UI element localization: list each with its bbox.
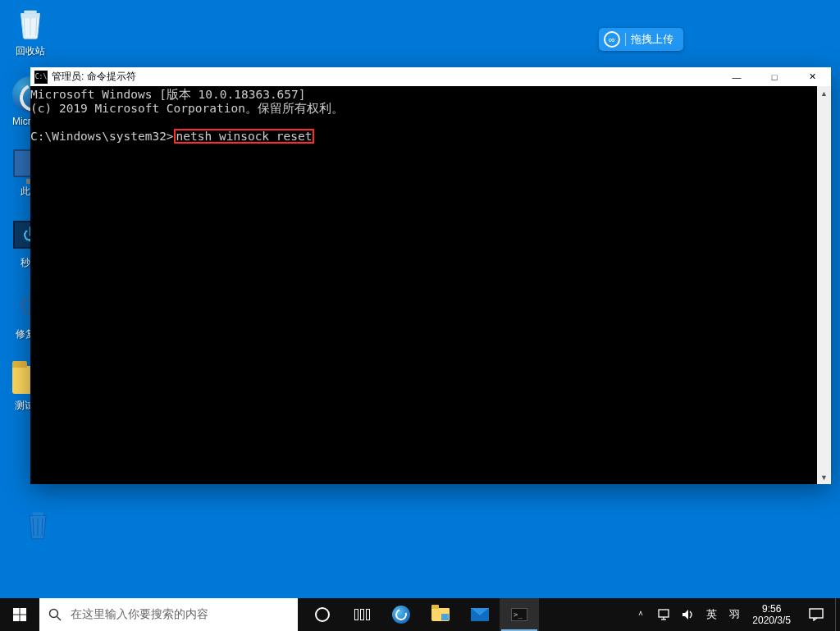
windows-logo-icon (13, 608, 27, 622)
scroll-down-icon[interactable]: ▼ (817, 470, 831, 484)
action-center-button[interactable] (797, 598, 835, 631)
window-title: 管理员: 命令提示符 (52, 70, 718, 84)
terminal-line: (c) 2019 Microsoft Corporation。保留所有权利。 (30, 102, 344, 115)
scrollbar[interactable]: ▲ ▼ (817, 86, 831, 484)
separator (625, 33, 626, 46)
terminal-area: Microsoft Windows [版本 10.0.18363.657] (c… (30, 86, 831, 484)
terminal-line: Microsoft Windows [版本 10.0.18363.657] (30, 88, 306, 101)
window-controls: — □ ✕ (718, 67, 831, 86)
svg-rect-3 (20, 608, 26, 615)
volume-icon[interactable] (678, 598, 698, 631)
cortana-icon (315, 607, 330, 622)
clock-date: 2020/3/5 (752, 615, 791, 626)
scroll-track[interactable] (817, 100, 831, 470)
terminal-output[interactable]: Microsoft Windows [版本 10.0.18363.657] (c… (30, 86, 817, 484)
search-icon (39, 608, 71, 621)
start-button[interactable] (0, 598, 39, 631)
desktop-icon-label: 回收站 (0, 44, 61, 58)
task-view-icon (354, 609, 370, 620)
cmd-icon: >_ (511, 608, 527, 621)
cmd-icon: C:\ (34, 71, 48, 84)
search-input[interactable]: 在这里输入你要搜索的内容 (39, 598, 298, 631)
system-tray: ＾ 英 羽 (631, 598, 746, 631)
taskbar-explorer[interactable] (421, 598, 460, 631)
titlebar[interactable]: C:\ 管理员: 命令提示符 — □ ✕ (30, 67, 831, 86)
mail-icon (471, 608, 489, 621)
svg-point-6 (50, 610, 58, 618)
upload-widget[interactable]: ∞ 拖拽上传 (599, 28, 683, 51)
cloud-sync-icon: ∞ (604, 31, 620, 48)
folder-icon (431, 608, 450, 621)
search-placeholder: 在这里输入你要搜索的内容 (71, 607, 208, 622)
maximize-button[interactable]: □ (756, 67, 793, 86)
clock[interactable]: 9:56 2020/3/5 (746, 598, 797, 631)
svg-rect-0 (24, 11, 36, 14)
show-desktop-button[interactable] (835, 598, 840, 631)
svg-line-7 (57, 617, 62, 621)
terminal-prompt: C:\Windows\system32> (30, 130, 174, 143)
desktop-icon-recycle-bin[interactable]: 回收站 (0, 3, 61, 58)
close-button[interactable]: ✕ (793, 67, 831, 86)
svg-rect-5 (20, 615, 26, 621)
taskbar-edge[interactable] (381, 598, 421, 631)
svg-rect-2 (13, 608, 20, 615)
terminal-command-highlight: netsh winsock reset (174, 129, 315, 144)
svg-rect-1 (32, 512, 43, 515)
svg-rect-4 (13, 615, 20, 621)
scroll-up-icon[interactable]: ▲ (817, 86, 831, 100)
ime-indicator-2[interactable]: 羽 (726, 598, 744, 631)
task-view-button[interactable] (342, 598, 381, 631)
minimize-button[interactable]: — (718, 67, 756, 86)
taskbar-cmd[interactable]: >_ (500, 598, 539, 631)
taskbar: 在这里输入你要搜索的内容 >_ ＾ 英 羽 9:56 2020/3/5 (0, 598, 840, 631)
cmd-window: C:\ 管理员: 命令提示符 — □ ✕ Microsoft Windows [… (30, 67, 831, 484)
desktop: 回收站 MicroEd 此电 秒关 ⚙ 修复开 测试12 ∞ 拖拽上传 (0, 0, 840, 631)
edge-icon (392, 606, 410, 624)
recycle-bin-icon[interactable] (21, 507, 54, 546)
cortana-button[interactable] (303, 598, 342, 631)
clock-time: 9:56 (752, 603, 791, 615)
upload-widget-label: 拖拽上传 (631, 32, 673, 47)
notification-icon (809, 608, 824, 621)
ime-indicator-1[interactable]: 英 (703, 598, 721, 631)
taskbar-mail[interactable] (460, 598, 500, 631)
tray-overflow-button[interactable]: ＾ (632, 598, 649, 631)
svg-rect-11 (810, 609, 823, 618)
svg-rect-8 (659, 610, 669, 617)
network-icon[interactable] (654, 598, 673, 631)
recycle-bin-icon (11, 3, 50, 43)
